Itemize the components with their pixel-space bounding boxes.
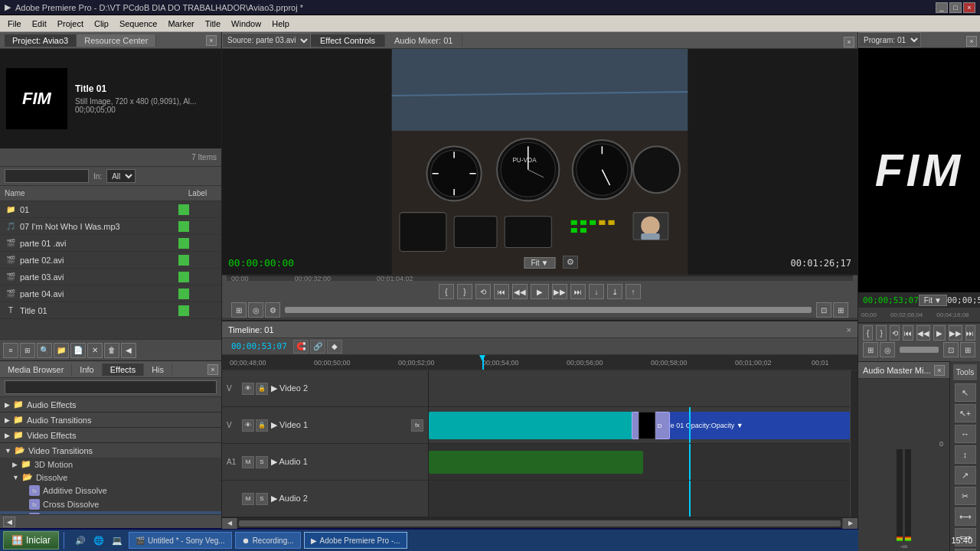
menu-edit[interactable]: Edit [28, 18, 51, 30]
step-back-btn[interactable]: ◀◀ [512, 284, 528, 299]
insert-btn[interactable]: ↓ [589, 284, 604, 299]
program-fit-button[interactable]: Fit ▼ [919, 295, 947, 306]
menu-project[interactable]: Project [53, 18, 88, 30]
clear-btn[interactable]: ✕ [87, 343, 103, 358]
tray-icon-1[interactable]: 🔊 [72, 532, 89, 549]
menu-sequence[interactable]: Sequence [115, 18, 162, 30]
project-in-select[interactable]: All [106, 169, 136, 183]
audio-master-close[interactable]: × [934, 365, 945, 376]
effect-cross-dissolve[interactable]: fx Cross Dissolve [0, 497, 221, 511]
fast-fwd-btn[interactable]: ⏭ [570, 284, 586, 299]
scroll-thumb[interactable] [239, 520, 841, 527]
source-extra-btn2[interactable]: ⊞ [833, 302, 848, 318]
delete-btn[interactable]: 🗑 [104, 343, 119, 358]
tool-rate-stretch[interactable]: ↗ [955, 466, 976, 484]
mark-in-btn[interactable]: { [439, 284, 454, 299]
clip-audio1[interactable] [429, 451, 643, 474]
track-eye-btn[interactable]: 👁 [242, 383, 254, 395]
timeline-close-btn[interactable]: × [847, 325, 851, 334]
new-item-btn[interactable]: 📄 [70, 343, 86, 358]
prog-mark-in-btn[interactable]: { [863, 325, 873, 341]
minimize-button[interactable]: _ [936, 2, 948, 13]
subgroup-dissolve[interactable]: ▼ 📂 Dissolve [0, 471, 221, 484]
prog-extra1[interactable]: ⊡ [943, 342, 959, 357]
prog-safe-btn[interactable]: ⊞ [863, 342, 878, 357]
effects-panel-close[interactable]: × [207, 364, 218, 375]
timeline-scrollbar-v[interactable] [850, 370, 858, 517]
prog-rewind-btn[interactable]: ⏮ [903, 325, 913, 341]
video-effects-header[interactable]: ▶ 📁 Video Effects [0, 428, 221, 442]
program-panel-close[interactable]: × [966, 36, 977, 47]
tab-audio-mixer[interactable]: Audio Mixer: 01 [385, 34, 462, 47]
source-fit-button[interactable]: Fit ▼ [524, 257, 555, 269]
audio-effects-header[interactable]: ▶ 📁 Audio Effects [0, 397, 221, 412]
list-item[interactable]: 🎬 parte 04.avi [0, 285, 221, 302]
menu-file[interactable]: File [3, 18, 26, 30]
menu-clip[interactable]: Clip [90, 18, 113, 30]
nav-btn[interactable]: ◀ [121, 343, 136, 358]
mark-out-btn[interactable]: } [457, 284, 472, 299]
tab-history[interactable]: His [144, 364, 172, 376]
tray-icon-3[interactable]: 💻 [109, 532, 126, 549]
subgroup-3d-motion[interactable]: ▶ 📁 3D Motion [0, 458, 221, 471]
menu-title[interactable]: Title [201, 18, 225, 30]
track-solo-btn[interactable]: S [256, 493, 268, 505]
play-btn[interactable]: ▶ [531, 284, 549, 299]
menu-window[interactable]: Window [227, 18, 266, 30]
scroll-left-btn[interactable]: ◀ [222, 518, 237, 529]
tool-razor[interactable]: ✂ [955, 487, 976, 505]
restore-button[interactable]: □ [949, 2, 962, 13]
clip-video1-parte[interactable] [429, 412, 643, 439]
settings-btn[interactable]: ⚙ [265, 302, 280, 318]
taskbar-app-recording[interactable]: ⏺ Recording... [235, 532, 301, 549]
tl-add-marker[interactable]: ◆ [327, 340, 342, 354]
source-dropdown[interactable]: Source: parte 03.avi [222, 33, 311, 48]
scroll-right-btn[interactable]: ▶ [842, 518, 858, 529]
effects-panel-btn[interactable]: ◀ [3, 517, 15, 527]
tl-link-btn[interactable]: 🔗 [310, 340, 325, 354]
audio-transitions-header[interactable]: ▶ 📁 Audio Transitions [0, 412, 221, 427]
track-mute-btn[interactable]: M [242, 456, 254, 468]
list-item[interactable]: 🎬 parte 01 .avi [0, 235, 221, 252]
track-lock-btn[interactable]: 🔒 [256, 383, 268, 395]
track-eye-btn[interactable]: 👁 [242, 419, 254, 432]
start-button[interactable]: 🪟 Iniciar [3, 531, 59, 549]
project-search-input[interactable] [5, 169, 89, 183]
new-bin-btn[interactable]: 📁 [54, 343, 69, 358]
tool-selection[interactable]: ↖ [955, 383, 976, 402]
track-opacity-btn[interactable]: fx [411, 419, 423, 432]
taskbar-app-premiere[interactable]: ▶ Adobe Premiere Pro -... [304, 532, 407, 549]
icon-view-btn[interactable]: ⊞ [20, 343, 35, 358]
track-mute-btn[interactable]: M [242, 493, 254, 505]
tab-effects[interactable]: Effects [103, 364, 144, 376]
list-item[interactable]: T Title 01 [0, 302, 221, 319]
overwrite-btn[interactable]: ⤓ [607, 284, 622, 299]
tray-icon-2[interactable]: 🌐 [90, 532, 107, 549]
tab-effect-controls[interactable]: Effect Controls [311, 34, 385, 47]
prog-step-back-btn[interactable]: ◀◀ [916, 325, 930, 341]
tl-snap-btn[interactable]: 🧲 [293, 340, 309, 354]
menu-help[interactable]: Help [267, 18, 294, 30]
step-fwd-btn[interactable]: ▶▶ [552, 284, 567, 299]
tool-track-select[interactable]: ↖+ [955, 404, 976, 422]
source-panel-close[interactable]: × [844, 37, 854, 47]
tool-slip[interactable]: ⟷ [955, 507, 976, 526]
search-panel-btn[interactable]: 🔍 [37, 343, 52, 358]
clip-title01[interactable]: Title 01 Opacity:Opacity ▼ [658, 412, 850, 439]
source-settings-icon[interactable]: ⚙ [563, 256, 578, 269]
list-item[interactable]: 🎬 parte 03.avi [0, 269, 221, 285]
list-item[interactable]: 🎬 parte 02.avi [0, 252, 221, 269]
taskbar-app-sony[interactable]: 🎬 Untitled * - Sony Veg... [129, 532, 232, 549]
lift-btn[interactable]: ↑ [626, 284, 641, 299]
video-transitions-header[interactable]: ▼ 📂 Video Transitions [0, 443, 221, 458]
tab-media-browser[interactable]: Media Browser [0, 364, 72, 376]
tool-roll[interactable]: ↕ [955, 445, 976, 464]
tab-resource-center[interactable]: Resource Center [77, 34, 156, 47]
list-item[interactable]: 📁 01 [0, 201, 221, 218]
source-extra-btn1[interactable]: ⊡ [816, 302, 831, 318]
source-progress-bar[interactable] [285, 307, 812, 313]
track-lock-btn[interactable]: 🔒 [256, 419, 268, 432]
list-item[interactable]: 🎵 07 I'm Not Who I Was.mp3 [0, 218, 221, 235]
menu-marker[interactable]: Marker [163, 18, 198, 30]
program-dropdown[interactable]: Program: 01 [858, 32, 921, 47]
